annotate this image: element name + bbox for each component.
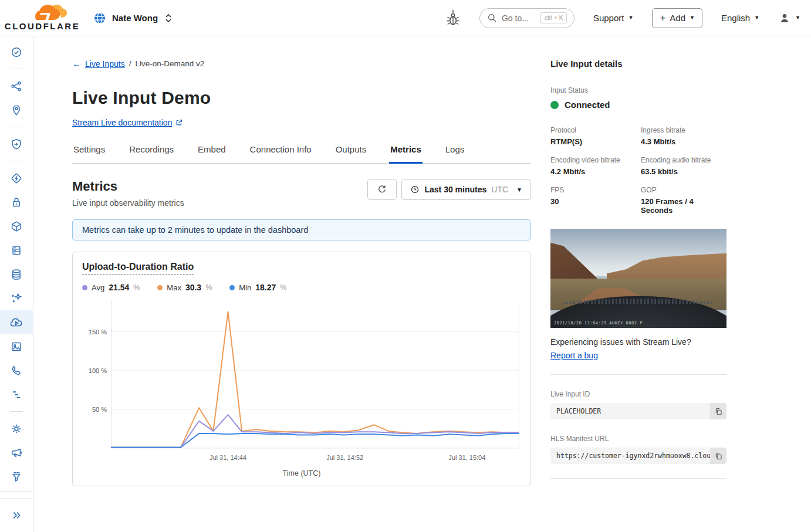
detail-ingress-bitrate: Ingress bitrate 4.3 Mbit/s — [641, 126, 726, 146]
tab-connection-info[interactable]: Connection Info — [249, 142, 313, 163]
unfold-icon — [163, 12, 174, 24]
copy-icon — [714, 452, 723, 460]
sidebar-divider — [10, 69, 23, 69]
time-range-zone: UTC — [491, 185, 508, 194]
time-range-dropdown[interactable]: Last 30 minutes UTC ▼ — [401, 179, 531, 200]
tab-embed[interactable]: Embed — [197, 142, 227, 163]
bug-report-icon[interactable] — [445, 9, 461, 27]
refresh-icon — [377, 184, 387, 195]
max-legend-dot — [157, 285, 163, 290]
tab-bar: Settings Recordings Embed Connection Inf… — [72, 142, 531, 164]
divider — [550, 374, 726, 375]
shield-arrow-icon — [10, 138, 23, 151]
sparkles-icon — [10, 292, 23, 305]
chevron-down-icon: ▼ — [690, 15, 695, 21]
avg-legend-value: 21.54 — [109, 283, 129, 292]
sidebar-item-calls[interactable] — [0, 358, 33, 382]
global-search[interactable]: ctrl + K — [479, 8, 575, 28]
sidebar-collapse-button[interactable] — [0, 498, 33, 532]
language-menu[interactable]: English ▼ — [721, 13, 759, 23]
chart-legend: Avg 21.54 % Max 30.3 % Min 18.27 % — [82, 283, 521, 292]
tab-logs[interactable]: Logs — [444, 142, 466, 163]
chevron-down-icon: ▼ — [628, 15, 633, 21]
detail-protocol: Protocol RTMP(S) — [550, 126, 636, 146]
sidebar-item-images[interactable] — [0, 334, 33, 358]
min-legend-label: Min — [239, 283, 251, 292]
sidebar-divider — [10, 411, 23, 412]
sidebar-item-time-clock[interactable] — [0, 40, 33, 64]
tab-recordings[interactable]: Recordings — [128, 142, 175, 163]
sidebar-item-notifications[interactable] — [0, 440, 33, 465]
staggered-bars-icon — [10, 388, 23, 401]
top-header: CLOUDFLARE Nate Wong ctrl + K — [0, 0, 811, 36]
live-input-details-panel: Live Input details Input Status Connecte… — [550, 59, 726, 532]
max-legend-value: 30.3 — [185, 283, 201, 292]
svg-text:50 %: 50 % — [92, 406, 107, 413]
sidebar-item-stream[interactable] — [0, 310, 33, 334]
tab-metrics[interactable]: Metrics — [389, 142, 423, 164]
load-balancing-icon — [10, 80, 23, 93]
cloudflare-logo[interactable]: CLOUDFLARE — [9, 5, 75, 31]
language-label: English — [721, 13, 750, 23]
detail-audio-bitrate: Encoding audio bitrate 63.5 kbit/s — [641, 156, 726, 176]
chart-xaxis-label: Time (UTC) — [82, 469, 521, 477]
support-menu[interactable]: Support ▼ — [593, 13, 633, 23]
external-link-icon — [175, 118, 183, 127]
tab-outputs[interactable]: Outputs — [334, 142, 368, 163]
chevrons-right-icon — [10, 509, 23, 522]
sidebar-item-workers[interactable] — [0, 214, 33, 238]
search-icon — [487, 13, 497, 23]
sidebar-item-settings[interactable] — [0, 416, 33, 440]
support-label: Support — [593, 13, 624, 23]
refresh-button[interactable] — [367, 179, 397, 200]
live-input-id-value: PLACEHOLDER — [550, 403, 710, 419]
min-legend-value: 18.27 — [255, 283, 276, 292]
sidebar-item-queues[interactable] — [0, 382, 33, 406]
breadcrumb-separator: / — [129, 59, 131, 68]
upload-duration-ratio-chart: 50 %100 %150 %Jul 31, 14:44Jul 31, 14:52… — [82, 298, 521, 465]
details-grid: Protocol RTMP(S) Ingress bitrate 4.3 Mbi… — [550, 126, 726, 215]
breadcrumb-current: Live-on-Demand v2 — [135, 59, 204, 68]
svg-text:150 %: 150 % — [89, 328, 107, 336]
breadcrumb: ← Live Inputs / Live-on-Demand v2 — [72, 59, 531, 69]
live-preview-thumbnail: 2021/10/20 17:04:29 AUKEY DR02 P — [550, 229, 726, 328]
cloudflare-wordmark: CLOUDFLARE — [5, 21, 80, 31]
divider — [550, 478, 726, 479]
add-button[interactable]: + Add ▼ — [652, 8, 702, 28]
copy-live-input-id-button[interactable] — [710, 403, 726, 419]
sidebar-item-storage[interactable] — [0, 262, 33, 286]
min-legend-dot — [229, 285, 235, 290]
stream-cloud-play-icon — [9, 316, 23, 330]
sidebar-item-load-balancing[interactable] — [0, 74, 33, 98]
sidebar-item-access[interactable] — [0, 190, 33, 214]
detail-gop: GOP 120 Frames / 4 Seconds — [641, 186, 726, 215]
chevron-down-icon: ▼ — [795, 15, 800, 21]
cube-icon — [10, 220, 23, 233]
copy-hls-url-button[interactable] — [710, 448, 726, 464]
zap-diamond-icon — [10, 172, 23, 185]
details-heading: Live Input details — [550, 59, 726, 69]
hls-manifest-url-label: HLS Manifest URL — [550, 435, 726, 443]
account-name: Nate Wong — [112, 13, 158, 23]
max-legend-label: Max — [167, 283, 181, 292]
metrics-subheading: Live input observability metrics — [72, 198, 184, 208]
report-bug-link[interactable]: Report a bug — [550, 351, 598, 360]
server-rack-icon — [10, 244, 23, 257]
avg-legend-dot — [82, 285, 87, 290]
sidebar-item-ai[interactable] — [0, 286, 33, 310]
sidebar-item-filter[interactable] — [0, 465, 33, 489]
stream-docs-link[interactable]: Stream Live documentation — [72, 118, 172, 127]
sidebar-item-zero-trust[interactable] — [0, 166, 33, 190]
user-menu[interactable]: ▼ — [778, 12, 800, 25]
account-switcher[interactable]: Nate Wong — [93, 11, 174, 25]
page-title: Live Input Demo — [72, 88, 531, 108]
sidebar-item-location[interactable] — [0, 98, 33, 122]
breadcrumb-back-link[interactable]: Live Inputs — [85, 59, 125, 69]
tab-settings[interactable]: Settings — [72, 142, 106, 163]
sidebar-item-security[interactable] — [0, 132, 33, 156]
svg-text:Jul 31, 14:52: Jul 31, 14:52 — [326, 454, 363, 461]
search-input[interactable] — [502, 13, 536, 23]
clock-icon — [410, 185, 420, 194]
upload-duration-ratio-card: Upload-to-Duration Ratio Avg 21.54 % Max… — [72, 252, 531, 486]
sidebar-item-servers[interactable] — [0, 238, 33, 262]
